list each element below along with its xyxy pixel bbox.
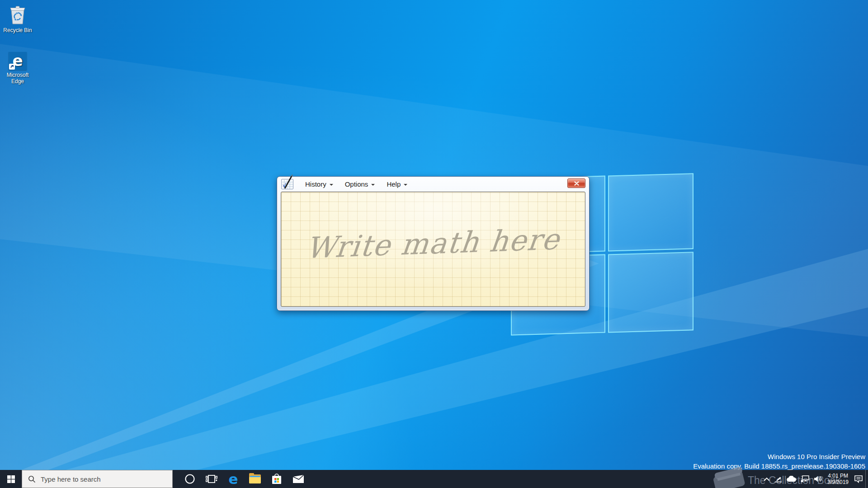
- taskbar-pinned-apps: e: [179, 470, 309, 488]
- action-center-icon: [854, 475, 863, 483]
- recycle-bin-icon: [8, 5, 27, 25]
- edge-icon: e: [228, 472, 238, 486]
- taskbar: e: [0, 470, 868, 488]
- math-writing-canvas[interactable]: Write math here: [281, 192, 585, 307]
- task-view-button[interactable]: [201, 470, 222, 488]
- menu-options[interactable]: Options: [345, 180, 375, 188]
- math-input-panel-app-icon[interactable]: √: [281, 179, 293, 189]
- speaker-icon: [814, 475, 822, 483]
- task-view-icon: [206, 474, 217, 484]
- chevron-down-icon: [371, 184, 375, 186]
- clock-date: 3/9/2019: [827, 479, 849, 485]
- microsoft-store-icon: [271, 473, 282, 485]
- windows-logo-pane: [608, 173, 693, 251]
- taskbar-search[interactable]: [22, 470, 173, 488]
- show-desktop-button[interactable]: [865, 470, 868, 488]
- action-center-button[interactable]: [852, 470, 865, 488]
- windows-logo-pane: [608, 252, 693, 333]
- edge-tile-icon: e: [9, 52, 27, 70]
- microsoft-store-button[interactable]: [266, 470, 288, 488]
- network-icon: [801, 475, 809, 483]
- tray-network-button[interactable]: [798, 470, 811, 488]
- file-explorer-icon: [249, 474, 261, 483]
- tray-ink-button[interactable]: [772, 470, 784, 488]
- edge-taskbar-button[interactable]: e: [222, 470, 244, 488]
- math-input-panel-menubar: √ History Options Help: [277, 177, 589, 192]
- desktop-icon-label: Recycle Bin: [3, 27, 32, 33]
- tray-chevron-button[interactable]: [761, 470, 772, 488]
- windows-start-icon: [7, 475, 15, 483]
- tray-volume-button[interactable]: [811, 470, 824, 488]
- close-icon: [574, 181, 579, 186]
- close-button[interactable]: [567, 178, 585, 188]
- menu-help[interactable]: Help: [387, 180, 407, 188]
- cloud-icon: [787, 476, 796, 482]
- taskbar-clock[interactable]: 4:01 PM 3/9/2019: [824, 473, 852, 485]
- mail-icon: [292, 474, 304, 483]
- desktop: Recycle Bin e Microsoft Edge √: [0, 0, 868, 488]
- file-explorer-button[interactable]: [244, 470, 266, 488]
- mail-button[interactable]: [288, 470, 309, 488]
- desktop-icon-microsoft-edge[interactable]: e Microsoft Edge: [0, 52, 35, 84]
- cortana-button[interactable]: [179, 470, 201, 488]
- menu-history[interactable]: History: [305, 180, 333, 188]
- desktop-icon-label: Microsoft Edge: [7, 72, 29, 84]
- pen-icon: [774, 476, 782, 483]
- system-tray: The Collection Book: [761, 470, 868, 488]
- canvas-placeholder: Write math here: [304, 222, 561, 265]
- cortana-icon: [184, 474, 195, 484]
- chevron-up-icon: [764, 477, 770, 481]
- start-button[interactable]: [0, 470, 22, 488]
- chevron-down-icon: [330, 184, 333, 186]
- desktop-icon-recycle-bin[interactable]: Recycle Bin: [0, 5, 35, 33]
- math-input-panel-window: √ History Options Help: [277, 176, 590, 311]
- clock-time: 4:01 PM: [827, 473, 849, 479]
- search-input[interactable]: [41, 475, 154, 483]
- search-icon: [28, 475, 36, 483]
- shortcut-arrow-icon: [9, 64, 15, 70]
- insider-build-watermark: Windows 10 Pro Insider Preview Evaluatio…: [693, 452, 865, 471]
- tray-onedrive-button[interactable]: [784, 470, 798, 488]
- chevron-down-icon: [404, 184, 407, 186]
